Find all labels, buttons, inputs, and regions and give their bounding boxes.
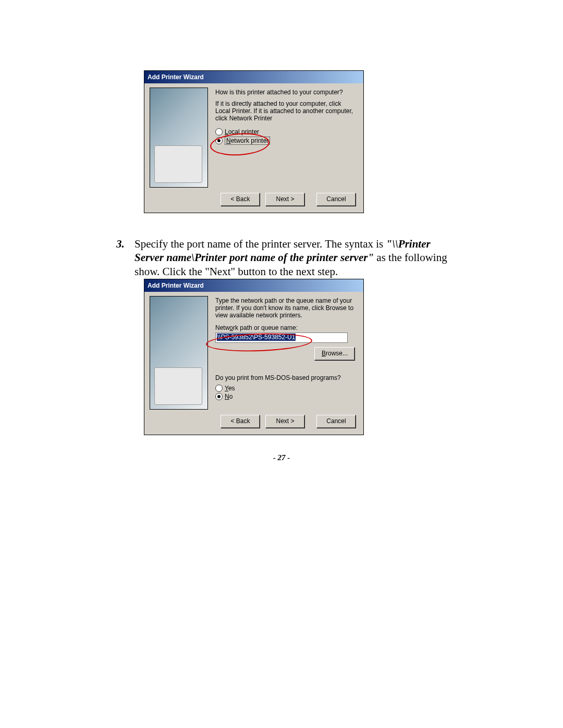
radio-yes[interactable]: Yes bbox=[215, 385, 355, 392]
dialog-attachment: Add Printer Wizard How is this printer a… bbox=[144, 70, 364, 213]
network-path-input[interactable]: \\PS-593852\PS-593852-U1 bbox=[215, 332, 348, 343]
question-text: How is this printer attached to your com… bbox=[215, 89, 355, 96]
cancel-button[interactable]: Cancel bbox=[316, 415, 356, 428]
title-text: Add Printer Wizard bbox=[148, 73, 204, 81]
wizard-side-image bbox=[150, 88, 208, 188]
back-button[interactable]: < Back bbox=[221, 193, 260, 206]
wizard-side-image bbox=[150, 296, 208, 410]
radio-icon bbox=[215, 393, 223, 400]
radio-icon bbox=[215, 128, 223, 135]
radio-label: Local printer bbox=[225, 128, 259, 135]
path-label: Network path or queue name: bbox=[215, 324, 355, 331]
step-number: 3. bbox=[116, 237, 125, 251]
browse-button[interactable]: Browse... bbox=[314, 347, 355, 361]
path-value: \\PS-593852\PS-593852-U1 bbox=[217, 334, 296, 341]
step-instruction: 3. Specify the port name of the printer … bbox=[117, 237, 450, 278]
title-text: Add Printer Wizard bbox=[148, 282, 204, 289]
titlebar: Add Printer Wizard bbox=[144, 279, 363, 292]
radio-label: Network printer bbox=[225, 137, 270, 145]
next-button[interactable]: Next > bbox=[265, 415, 305, 428]
step-line1: Specify the port name of the printer ser… bbox=[134, 238, 386, 250]
cancel-button[interactable]: Cancel bbox=[316, 193, 356, 206]
instruction-text: If it is directly attached to your compu… bbox=[215, 100, 355, 122]
dos-question: Do you print from MS-DOS-based programs? bbox=[215, 374, 355, 381]
radio-icon bbox=[215, 385, 223, 392]
next-button[interactable]: Next > bbox=[265, 193, 305, 206]
radio-label: No bbox=[225, 393, 232, 400]
radio-no[interactable]: No bbox=[215, 393, 355, 400]
instruction-text: Type the network path or the queue name … bbox=[215, 297, 355, 319]
page-number: - 27 - bbox=[0, 453, 563, 462]
radio-network-printer[interactable]: Network printer bbox=[215, 137, 355, 145]
radio-local-printer[interactable]: Local printer bbox=[215, 128, 355, 135]
titlebar: Add Printer Wizard bbox=[144, 71, 363, 83]
back-button[interactable]: < Back bbox=[221, 415, 260, 428]
radio-label: Yes bbox=[225, 385, 235, 392]
dialog-network-path: Add Printer Wizard Type the network path… bbox=[144, 279, 364, 435]
radio-icon bbox=[215, 137, 223, 144]
